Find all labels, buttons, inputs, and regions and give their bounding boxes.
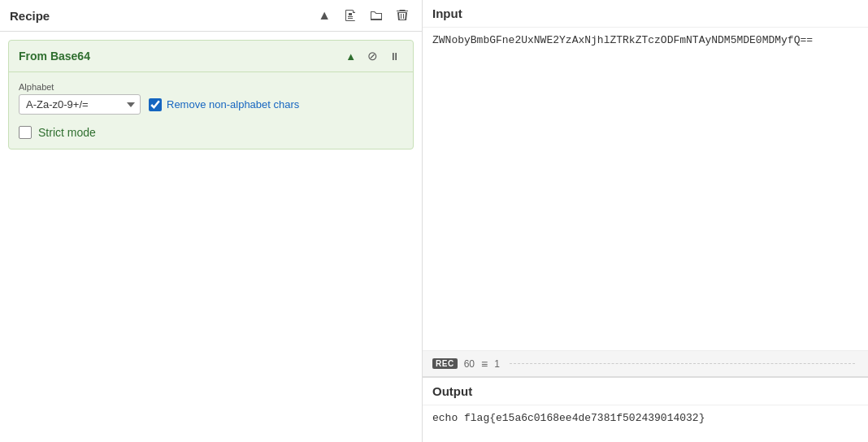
alphabet-select[interactable]: A-Za-z0-9+/= [19,94,141,115]
remove-checkbox-row: Remove non-alphabet chars [149,98,299,111]
line-count: 1 [494,358,500,370]
save-recipe-button[interactable] [341,7,360,24]
char-count: 60 [464,358,475,370]
from-base64-body: Alphabet A-Za-z0-9+/= Remove non-alphabe… [9,72,413,149]
input-footer: REC 60 ≡ 1 [423,350,868,376]
collapse-block-button[interactable]: ▲ [342,49,359,64]
output-section: Output echo flag{e15a6c0168ee4de7381f502… [423,377,868,442]
remove-non-alphabet-checkbox[interactable] [149,98,162,111]
input-section: Input ZWNobyBmbGFne2UxNWE2YzAxNjhlZTRkZT… [423,0,868,377]
alphabet-row: A-Za-z0-9+/= Remove non-alphabet chars [19,94,403,115]
disable-block-button[interactable]: ⊘ [364,47,381,65]
output-content[interactable]: echo flag{e15a6c0168ee4de7381f5024390140… [423,405,868,431]
input-header: Input [423,0,868,28]
remove-non-alphabet-label[interactable]: Remove non-alphabet chars [167,98,299,110]
rec-badge: REC [432,358,458,369]
from-base64-header: From Base64 ▲ ⊘ ⏸ [9,41,413,72]
recipe-header-icons: ▲ [315,6,412,24]
open-recipe-button[interactable] [367,7,386,24]
right-panel: Input ZWNobyBmbGFne2UxNWE2YzAxNjhlZTRkZT… [423,0,868,442]
alphabet-label: Alphabet [19,82,403,92]
from-base64-title: From Base64 [19,50,90,63]
strict-mode-checkbox[interactable] [19,126,32,139]
strict-mode-row: Strict mode [19,126,403,139]
pause-block-button[interactable]: ⏸ [386,49,403,64]
strict-mode-label[interactable]: Strict mode [38,126,96,139]
delete-recipe-button[interactable] [393,7,412,24]
collapse-recipe-button[interactable]: ▲ [315,6,334,24]
lines-icon: ≡ [481,358,488,370]
left-panel: Recipe ▲ From Base64 ▲ ⊘ ⏸ Alphabet [0,0,423,442]
recipe-header: Recipe ▲ [0,0,422,32]
output-header: Output [423,378,868,405]
footer-separator [510,363,855,364]
input-content[interactable]: ZWNobyBmbGFne2UxNWE2YzAxNjhlZTRkZTczODFm… [423,28,868,350]
from-base64-header-icons: ▲ ⊘ ⏸ [342,47,403,65]
recipe-title: Recipe [10,9,50,23]
from-base64-block: From Base64 ▲ ⊘ ⏸ Alphabet A-Za-z0-9+/= … [8,40,414,150]
